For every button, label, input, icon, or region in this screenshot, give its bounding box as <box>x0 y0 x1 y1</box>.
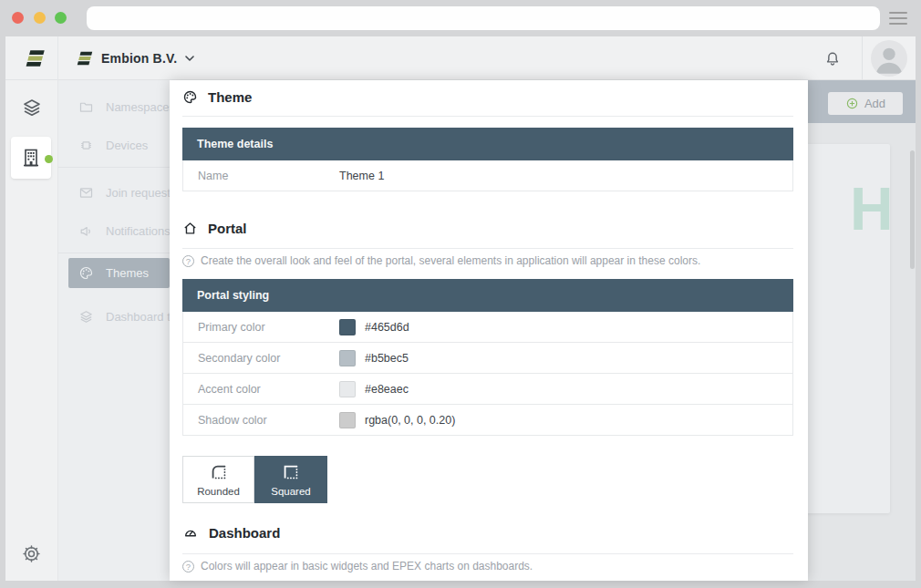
envelope-icon <box>78 185 94 201</box>
palette-icon <box>182 89 198 105</box>
app-header: Embion B.V. <box>5 36 916 80</box>
color-swatch[interactable] <box>339 381 356 397</box>
browser-chrome <box>0 0 921 36</box>
color-swatch[interactable] <box>339 319 356 335</box>
row-value: rgba(0, 0, 0, 0.20) <box>365 414 455 427</box>
question-icon: ? <box>182 255 194 267</box>
close-window-button[interactable] <box>12 12 24 24</box>
icon-rail <box>5 80 58 581</box>
theme-modal: Theme Theme details Name Theme 1 Portal … <box>170 80 808 581</box>
row-value: #e8eaec <box>365 383 409 396</box>
section-divider <box>182 248 793 249</box>
table-header: Theme details <box>182 128 793 160</box>
sidebar-item-label: Namespaces <box>106 100 170 114</box>
corner-button-label: Rounded <box>197 486 240 497</box>
palette-icon <box>78 265 94 281</box>
row-label: Accent color <box>198 383 339 396</box>
corner-style-toggle: Rounded Squared <box>182 456 327 503</box>
table-row-secondary-color[interactable]: Secondary color #b5bec5 <box>182 343 793 374</box>
sidebar-item-label: Themes <box>106 266 149 280</box>
section-divider <box>182 116 793 117</box>
layers-icon <box>78 309 94 325</box>
corner-button-label: Squared <box>271 486 310 497</box>
section-title: Theme <box>208 89 252 105</box>
dashboard-help: ? Colors will appear in basic widgets an… <box>182 560 533 573</box>
chip-icon <box>78 138 94 153</box>
zoom-window-button[interactable] <box>55 12 67 24</box>
sidebar-item-namespaces[interactable]: Namespaces <box>58 95 170 119</box>
portal-help: ? Create the overall look and feel of th… <box>182 254 700 267</box>
row-label: Secondary color <box>198 352 339 365</box>
home-icon <box>182 221 198 236</box>
row-value: #b5bec5 <box>365 352 409 365</box>
browser-menu-icon[interactable] <box>889 12 907 25</box>
vertical-scrollbar[interactable] <box>910 150 915 269</box>
sidebar-item-themes[interactable]: Themes <box>68 258 170 288</box>
megaphone-icon <box>78 223 94 239</box>
rounded-corners-button[interactable]: Rounded <box>182 456 254 503</box>
question-icon: ? <box>182 561 194 573</box>
online-status-dot <box>45 155 53 163</box>
sidebar-item-label: Join requests <box>106 186 170 200</box>
namespaces-layers-icon[interactable] <box>21 97 43 119</box>
rail-item-company[interactable] <box>11 137 51 179</box>
company-switcher[interactable]: Embion B.V. <box>71 36 194 80</box>
page-background: Add H <box>808 80 916 581</box>
logo-watermark: H <box>850 179 894 239</box>
minimize-window-button[interactable] <box>34 12 46 24</box>
sidebar-item-dashboard-templates[interactable]: Dashboard templates <box>58 304 170 328</box>
color-swatch[interactable] <box>339 350 356 366</box>
section-title: Portal <box>208 221 247 236</box>
row-value: #465d6d <box>365 321 409 334</box>
company-name: Embion B.V. <box>101 51 177 66</box>
app-logo[interactable] <box>5 36 58 80</box>
settings-gear-icon[interactable] <box>21 543 42 564</box>
squared-corners-button[interactable]: Squared <box>254 456 327 503</box>
notifications-bell-icon[interactable] <box>823 49 842 68</box>
user-avatar[interactable] <box>871 40 907 77</box>
row-label: Primary color <box>198 321 339 334</box>
help-text: Colors will appear in basic widgets and … <box>201 560 533 573</box>
table-row-shadow-color[interactable]: Shadow color rgba(0, 0, 0, 0.20) <box>182 405 793 436</box>
section-divider <box>182 553 793 554</box>
portal-styling-table: Portal styling Primary color #465d6d Sec… <box>182 279 793 436</box>
section-title: Dashboard <box>209 525 280 541</box>
corner-rounded-icon <box>209 462 229 482</box>
sidebar-divider <box>58 253 170 253</box>
theme-details-table: Theme details Name Theme 1 <box>182 128 793 191</box>
sidebar-item-label: Notifications <box>106 224 170 238</box>
color-swatch[interactable] <box>339 412 356 428</box>
url-bar[interactable] <box>87 6 880 30</box>
table-header: Portal styling <box>182 279 793 312</box>
gauge-icon <box>182 525 199 541</box>
plus-circle-icon <box>845 97 859 110</box>
row-label: Shadow color <box>198 414 339 427</box>
add-button[interactable]: Add <box>828 92 903 115</box>
folder-icon <box>78 99 94 115</box>
theme-section-heading: Theme <box>182 89 252 105</box>
company-logo-icon <box>71 50 93 67</box>
table-row-primary-color[interactable]: Primary color #465d6d <box>182 312 793 343</box>
building-icon <box>20 147 42 169</box>
app-window: Embion B.V. <box>5 36 916 581</box>
sidebar-item-devices[interactable]: Devices <box>58 133 170 157</box>
header-divider <box>862 36 863 80</box>
row-label: Name <box>198 170 339 182</box>
row-value: Theme 1 <box>339 170 384 182</box>
table-row-name[interactable]: Name Theme 1 <box>182 160 793 191</box>
help-text: Create the overall look and feel of the … <box>201 254 700 267</box>
corner-squared-icon <box>281 462 301 482</box>
sidebar-divider <box>58 167 170 168</box>
chevron-down-icon <box>185 56 194 61</box>
section-sidebar: Namespaces Devices Join requests Notific… <box>58 80 170 581</box>
sidebar-item-label: Devices <box>106 139 148 152</box>
add-button-label: Add <box>864 97 885 110</box>
sidebar-item-notifications[interactable]: Notifications <box>58 219 170 242</box>
table-row-accent-color[interactable]: Accent color #e8eaec <box>182 374 793 405</box>
portal-section-heading: Portal <box>182 221 247 236</box>
sidebar-item-join-requests[interactable]: Join requests <box>58 181 170 204</box>
dashboard-section-heading: Dashboard <box>182 525 280 541</box>
sidebar-item-label: Dashboard templates <box>106 310 170 324</box>
